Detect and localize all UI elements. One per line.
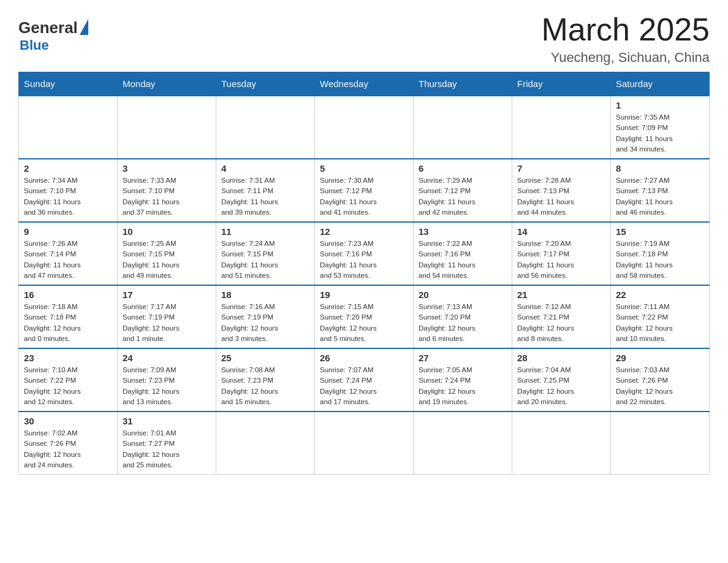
day-number: 8	[616, 163, 704, 174]
day-number: 5	[320, 163, 408, 174]
day-number: 29	[616, 353, 704, 363]
weekday-header-monday: Monday	[118, 72, 216, 96]
calendar-cell	[611, 412, 710, 475]
calendar-week-row: 30Sunrise: 7:02 AM Sunset: 7:26 PM Dayli…	[19, 412, 710, 475]
day-info: Sunrise: 7:01 AM Sunset: 7:27 PM Dayligh…	[123, 428, 211, 470]
day-info: Sunrise: 7:08 AM Sunset: 7:23 PM Dayligh…	[221, 365, 309, 407]
calendar-cell: 6Sunrise: 7:29 AM Sunset: 7:12 PM Daylig…	[414, 159, 512, 222]
calendar-cell: 28Sunrise: 7:04 AM Sunset: 7:25 PM Dayli…	[512, 348, 611, 412]
calendar-cell: 15Sunrise: 7:19 AM Sunset: 7:18 PM Dayli…	[611, 222, 710, 285]
day-info: Sunrise: 7:26 AM Sunset: 7:14 PM Dayligh…	[24, 239, 112, 281]
day-number: 31	[123, 416, 211, 426]
calendar-cell: 30Sunrise: 7:02 AM Sunset: 7:26 PM Dayli…	[19, 412, 118, 475]
day-number: 18	[221, 289, 309, 300]
weekday-header-thursday: Thursday	[414, 72, 512, 96]
calendar-cell	[19, 96, 118, 159]
logo-triangle-icon	[80, 19, 88, 35]
calendar-week-row: 9Sunrise: 7:26 AM Sunset: 7:14 PM Daylig…	[19, 222, 710, 285]
day-number: 14	[517, 226, 605, 237]
logo-blue-text: Blue	[20, 37, 49, 53]
calendar-cell: 2Sunrise: 7:34 AM Sunset: 7:10 PM Daylig…	[19, 159, 118, 222]
day-number: 16	[24, 289, 112, 300]
calendar-cell	[216, 96, 315, 159]
day-info: Sunrise: 7:34 AM Sunset: 7:10 PM Dayligh…	[24, 175, 112, 218]
day-info: Sunrise: 7:11 AM Sunset: 7:22 PM Dayligh…	[616, 302, 704, 344]
day-number: 20	[419, 289, 507, 300]
calendar-cell: 7Sunrise: 7:28 AM Sunset: 7:13 PM Daylig…	[512, 159, 611, 222]
day-info: Sunrise: 7:20 AM Sunset: 7:17 PM Dayligh…	[517, 239, 605, 281]
day-number: 24	[123, 353, 211, 363]
calendar-cell	[512, 96, 611, 159]
day-info: Sunrise: 7:18 AM Sunset: 7:18 PM Dayligh…	[24, 302, 112, 344]
logo-general-text: General	[18, 18, 78, 37]
weekday-header-sunday: Sunday	[19, 72, 118, 96]
calendar-cell: 12Sunrise: 7:23 AM Sunset: 7:16 PM Dayli…	[315, 222, 414, 285]
day-info: Sunrise: 7:15 AM Sunset: 7:20 PM Dayligh…	[320, 302, 408, 344]
calendar-week-row: 2Sunrise: 7:34 AM Sunset: 7:10 PM Daylig…	[19, 159, 710, 222]
calendar-week-row: 23Sunrise: 7:10 AM Sunset: 7:22 PM Dayli…	[19, 348, 710, 412]
calendar-week-row: 16Sunrise: 7:18 AM Sunset: 7:18 PM Dayli…	[19, 285, 710, 348]
logo: General Blue	[18, 12, 89, 53]
weekday-header-tuesday: Tuesday	[216, 72, 315, 96]
calendar: SundayMondayTuesdayWednesdayThursdayFrid…	[18, 72, 710, 475]
calendar-cell: 27Sunrise: 7:05 AM Sunset: 7:24 PM Dayli…	[414, 348, 512, 412]
calendar-cell: 22Sunrise: 7:11 AM Sunset: 7:22 PM Dayli…	[611, 285, 710, 348]
day-number: 13	[419, 226, 507, 237]
day-info: Sunrise: 7:17 AM Sunset: 7:19 PM Dayligh…	[123, 302, 211, 344]
day-info: Sunrise: 7:33 AM Sunset: 7:10 PM Dayligh…	[123, 175, 211, 218]
subtitle: Yuecheng, Sichuan, China	[541, 50, 710, 66]
calendar-cell: 21Sunrise: 7:12 AM Sunset: 7:21 PM Dayli…	[512, 285, 611, 348]
calendar-cell: 26Sunrise: 7:07 AM Sunset: 7:24 PM Dayli…	[315, 348, 414, 412]
calendar-cell: 24Sunrise: 7:09 AM Sunset: 7:23 PM Dayli…	[118, 348, 216, 412]
calendar-cell	[414, 96, 512, 159]
day-info: Sunrise: 7:23 AM Sunset: 7:16 PM Dayligh…	[320, 239, 408, 281]
calendar-cell: 1Sunrise: 7:35 AM Sunset: 7:09 PM Daylig…	[611, 96, 710, 159]
day-number: 15	[616, 226, 704, 237]
day-info: Sunrise: 7:02 AM Sunset: 7:26 PM Dayligh…	[24, 428, 112, 470]
weekday-header-saturday: Saturday	[611, 72, 710, 96]
calendar-cell: 18Sunrise: 7:16 AM Sunset: 7:19 PM Dayli…	[216, 285, 315, 348]
day-number: 12	[320, 226, 408, 237]
day-number: 3	[123, 163, 211, 174]
calendar-week-row: 1Sunrise: 7:35 AM Sunset: 7:09 PM Daylig…	[19, 96, 710, 159]
day-number: 22	[616, 289, 704, 300]
day-info: Sunrise: 7:28 AM Sunset: 7:13 PM Dayligh…	[517, 175, 605, 218]
calendar-cell	[315, 96, 414, 159]
calendar-cell: 25Sunrise: 7:08 AM Sunset: 7:23 PM Dayli…	[216, 348, 315, 412]
calendar-cell: 20Sunrise: 7:13 AM Sunset: 7:20 PM Dayli…	[414, 285, 512, 348]
day-info: Sunrise: 7:29 AM Sunset: 7:12 PM Dayligh…	[419, 175, 507, 218]
calendar-cell: 11Sunrise: 7:24 AM Sunset: 7:15 PM Dayli…	[216, 222, 315, 285]
calendar-cell	[315, 412, 414, 475]
day-number: 19	[320, 289, 408, 300]
day-info: Sunrise: 7:09 AM Sunset: 7:23 PM Dayligh…	[123, 365, 211, 407]
weekday-header-friday: Friday	[512, 72, 611, 96]
day-info: Sunrise: 7:04 AM Sunset: 7:25 PM Dayligh…	[517, 365, 605, 407]
title-area: March 2025 Yuecheng, Sichuan, China	[541, 12, 710, 66]
day-info: Sunrise: 7:07 AM Sunset: 7:24 PM Dayligh…	[320, 365, 408, 407]
calendar-cell: 19Sunrise: 7:15 AM Sunset: 7:20 PM Dayli…	[315, 285, 414, 348]
day-number: 28	[517, 353, 605, 363]
calendar-cell: 4Sunrise: 7:31 AM Sunset: 7:11 PM Daylig…	[216, 159, 315, 222]
day-number: 25	[221, 353, 309, 363]
day-number: 10	[123, 226, 211, 237]
day-number: 26	[320, 353, 408, 363]
calendar-cell: 29Sunrise: 7:03 AM Sunset: 7:26 PM Dayli…	[611, 348, 710, 412]
calendar-cell: 8Sunrise: 7:27 AM Sunset: 7:13 PM Daylig…	[611, 159, 710, 222]
day-info: Sunrise: 7:35 AM Sunset: 7:09 PM Dayligh…	[616, 112, 704, 155]
day-number: 6	[419, 163, 507, 174]
calendar-cell: 17Sunrise: 7:17 AM Sunset: 7:19 PM Dayli…	[118, 285, 216, 348]
day-info: Sunrise: 7:22 AM Sunset: 7:16 PM Dayligh…	[419, 239, 507, 281]
day-number: 27	[419, 353, 507, 363]
day-info: Sunrise: 7:05 AM Sunset: 7:24 PM Dayligh…	[419, 365, 507, 407]
day-number: 23	[24, 353, 112, 363]
day-number: 4	[221, 163, 309, 174]
day-info: Sunrise: 7:12 AM Sunset: 7:21 PM Dayligh…	[517, 302, 605, 344]
calendar-cell	[512, 412, 611, 475]
day-number: 1	[616, 100, 704, 110]
calendar-cell: 23Sunrise: 7:10 AM Sunset: 7:22 PM Dayli…	[19, 348, 118, 412]
calendar-cell: 13Sunrise: 7:22 AM Sunset: 7:16 PM Dayli…	[414, 222, 512, 285]
day-number: 30	[24, 416, 112, 426]
calendar-cell	[414, 412, 512, 475]
day-number: 17	[123, 289, 211, 300]
calendar-cell: 3Sunrise: 7:33 AM Sunset: 7:10 PM Daylig…	[118, 159, 216, 222]
